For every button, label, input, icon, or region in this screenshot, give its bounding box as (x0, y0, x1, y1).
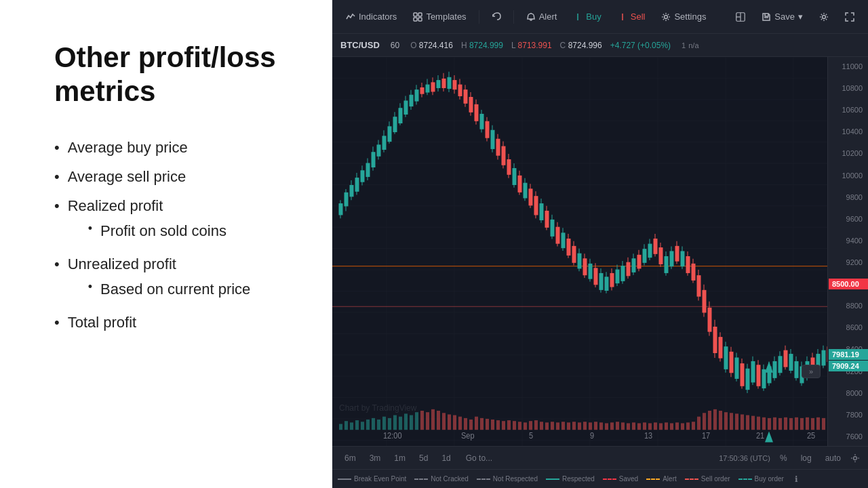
svg-text:Chart by TradingView: Chart by TradingView (339, 403, 417, 413)
bottom-toolbar: 6m 3m 1m 5d 1d Go to... 17:50:36 (UTC) %… (332, 446, 868, 469)
list-item-unrealized: Unrealized profit Based on current price (54, 253, 298, 304)
gear-icon-button[interactable] (812, 8, 835, 26)
symbol-pair[interactable]: BTC/USD (340, 40, 380, 50)
chart-area[interactable]: Chart by TradingView 12:00 Sep 5 9 13 17… (332, 57, 868, 446)
sell-button[interactable]: Sell (611, 7, 652, 26)
svg-point-8 (823, 15, 826, 18)
undo-button[interactable] (485, 8, 508, 26)
list-item-realized: Realized profit Profit on sold coins (54, 195, 298, 246)
svg-rect-242 (393, 415, 397, 430)
svg-rect-294 (675, 422, 679, 430)
svg-rect-290 (654, 422, 657, 430)
svg-rect-236 (361, 422, 364, 430)
svg-rect-305 (735, 413, 738, 430)
svg-rect-262 (502, 421, 505, 430)
timeframe-1d[interactable]: 1d (437, 452, 454, 464)
svg-rect-269 (540, 422, 543, 430)
svg-text:25: 25 (807, 432, 815, 440)
left-panel: Other profit/loss metrics Average buy pr… (0, 0, 332, 488)
svg-rect-251 (442, 413, 446, 430)
list-item-profit-sold: Profit on sold coins (88, 220, 226, 242)
chart-panel: Indicators Templates Ale (332, 0, 868, 488)
svg-rect-277 (583, 422, 587, 430)
legend-line-respected (546, 479, 559, 480)
list-item-avg-sell: Average sell price (54, 165, 298, 188)
svg-text:12:00: 12:00 (383, 432, 402, 440)
legend-line-alert (646, 479, 660, 480)
svg-point-4 (665, 15, 668, 18)
list-item-avg-buy: Average buy price (54, 136, 298, 159)
svg-rect-292 (665, 422, 668, 430)
legend-alert: Alert (646, 475, 677, 483)
fullscreen-button[interactable] (838, 8, 861, 26)
buy-button[interactable]: Buy (566, 7, 608, 26)
svg-rect-266 (524, 422, 527, 430)
svg-rect-313 (778, 418, 782, 430)
settings-bottom-icon (850, 453, 860, 463)
svg-rect-245 (410, 415, 413, 430)
save-button[interactable]: Save ▾ (755, 8, 810, 25)
svg-rect-258 (480, 418, 484, 430)
svg-rect-285 (627, 423, 630, 430)
svg-rect-299 (703, 413, 706, 430)
svg-rect-312 (773, 418, 776, 430)
svg-rect-301 (713, 409, 717, 430)
log-button[interactable]: log (797, 452, 816, 464)
svg-text:9: 9 (590, 432, 594, 440)
separator (479, 10, 479, 24)
svg-rect-318 (806, 418, 809, 430)
svg-rect-271 (551, 422, 554, 430)
svg-rect-275 (572, 422, 576, 430)
goto-button[interactable]: Go to... (460, 452, 498, 464)
svg-rect-302 (719, 411, 722, 430)
expand-button[interactable]: » (802, 365, 821, 378)
legend-line-not-cracked (414, 479, 428, 480)
indicators-button[interactable]: Indicators (339, 7, 403, 26)
symbol-bar: BTC/USD 60 O 8724.416 H 8724.999 L 8713.… (332, 34, 868, 57)
svg-rect-278 (589, 422, 592, 430)
svg-rect-264 (513, 421, 516, 430)
svg-rect-253 (453, 415, 456, 430)
svg-text:13: 13 (644, 432, 652, 440)
svg-rect-272 (556, 422, 559, 430)
svg-rect-273 (561, 422, 565, 430)
svg-rect-283 (616, 422, 619, 430)
auto-button[interactable]: auto (821, 452, 845, 464)
alert-button[interactable]: Alert (519, 7, 564, 26)
price-label-green-1: 7981.19 (829, 349, 868, 360)
svg-rect-233 (344, 421, 348, 430)
timeframe-6m[interactable]: 6m (340, 452, 360, 464)
svg-rect-249 (431, 409, 435, 430)
templates-button[interactable]: Templates (406, 7, 473, 26)
svg-rect-254 (458, 417, 462, 430)
svg-rect-244 (404, 413, 408, 430)
legend-line-sell-order (685, 479, 698, 480)
svg-rect-255 (464, 418, 467, 430)
percent-button[interactable]: % (776, 452, 791, 464)
svg-text:Sep: Sep (461, 432, 475, 440)
timeframe-1m[interactable]: 1m (390, 452, 410, 464)
svg-rect-239 (377, 420, 380, 430)
svg-rect-315 (789, 418, 793, 430)
svg-rect-296 (686, 422, 690, 430)
svg-rect-241 (388, 418, 391, 430)
settings-button[interactable]: Settings (654, 7, 713, 26)
price-change: +4.727 (+0.05%) (610, 41, 671, 50)
timeframe-5d[interactable]: 5d (415, 452, 432, 464)
timeframe-3m[interactable]: 3m (366, 452, 385, 464)
list-item-current-price: Based on current price (88, 278, 251, 300)
svg-rect-263 (507, 420, 511, 430)
legend-sell-order: Sell order (685, 475, 730, 483)
info-icon[interactable]: ℹ (795, 474, 798, 484)
svg-rect-286 (632, 422, 635, 430)
svg-rect-293 (670, 423, 673, 430)
y-axis: 11000 10800 10600 10400 10200 10000 9800… (827, 57, 868, 446)
list-item-total-profit: Total profit (54, 311, 298, 333)
svg-rect-298 (697, 417, 701, 430)
layout-button[interactable] (729, 8, 752, 26)
svg-rect-265 (518, 422, 521, 430)
legend-respected: Respected (546, 475, 595, 483)
svg-rect-237 (366, 420, 370, 430)
svg-rect-314 (784, 418, 787, 430)
symbol-timeframe: 60 (391, 41, 399, 50)
